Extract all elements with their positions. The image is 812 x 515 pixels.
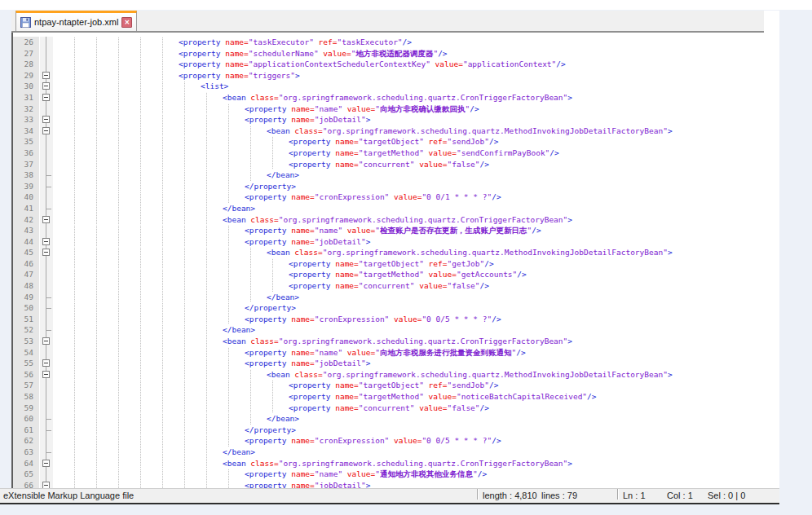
line-number[interactable]: 60 [13, 413, 40, 425]
code-line[interactable]: 28<property name="applicationContextSche… [13, 59, 779, 70]
code-line[interactable]: 50</property> [13, 302, 779, 314]
code-line[interactable]: 39</property> [13, 181, 779, 192]
code-line[interactable]: 31<bean class="org.springframework.sched… [13, 92, 779, 103]
line-number[interactable]: 34 [13, 125, 40, 137]
code-line[interactable]: 61</property> [13, 425, 779, 436]
fold-toggle-icon[interactable] [40, 458, 53, 469]
code-line[interactable]: 32<property name="name" value="向地方非税确认缴款… [13, 103, 779, 115]
code-line[interactable]: 40<property name="cronExpression" value=… [13, 191, 779, 203]
line-number[interactable]: 38 [13, 169, 40, 181]
code-area[interactable]: 26<property name="taskExecutor" ref="tas… [13, 37, 779, 488]
code-line[interactable]: 41</bean> [13, 203, 779, 214]
line-number[interactable]: 28 [13, 59, 40, 70]
code-line[interactable]: 57<property name="targetObject" ref="sen… [13, 380, 779, 391]
line-number[interactable]: 53 [13, 336, 40, 347]
line-number[interactable]: 39 [13, 181, 40, 192]
code-line[interactable]: 43<property name="name" value="检查账户是否存在更… [13, 225, 779, 236]
fold-toggle-icon[interactable] [40, 480, 53, 488]
code-line[interactable]: 59<property name="concurrent" value="fal… [13, 403, 779, 414]
tab-active[interactable]: ntpay-ntapter-job.xml ✕ [15, 11, 137, 31]
line-number[interactable]: 31 [13, 92, 40, 103]
code-line[interactable]: 42<bean class="org.springframework.sched… [13, 214, 779, 226]
code-line[interactable]: 49</bean> [13, 292, 779, 303]
line-number[interactable]: 64 [13, 458, 40, 469]
line-number[interactable]: 49 [13, 292, 40, 303]
line-number[interactable]: 52 [13, 324, 40, 336]
line-number[interactable]: 37 [13, 159, 40, 170]
line-number[interactable]: 41 [13, 203, 40, 214]
code-line[interactable]: 47<property name="targetMethod" value="g… [13, 269, 779, 280]
line-number[interactable]: 51 [13, 314, 40, 325]
fold-toggle-icon[interactable] [40, 236, 53, 248]
code-line[interactable]: 34<bean class="org.springframework.sched… [13, 125, 779, 137]
code-line[interactable]: 66<property name="jobDetail"> [13, 480, 779, 488]
line-number[interactable]: 48 [13, 280, 40, 292]
code-line[interactable]: 56<bean class="org.springframework.sched… [13, 369, 779, 381]
fold-toggle-icon[interactable] [40, 125, 53, 137]
code-line[interactable]: 65<property name="name" value="通知地方非税其他业… [13, 469, 779, 480]
code-line[interactable]: 29<property name="triggers"> [13, 70, 779, 81]
code-line[interactable]: 54<property name="name" value="向地方非税服务进行… [13, 347, 779, 359]
line-number[interactable]: 26 [13, 37, 40, 48]
code-line[interactable]: 60</bean> [13, 413, 779, 425]
fold-toggle-icon[interactable] [40, 247, 53, 258]
fold-toggle-icon[interactable] [40, 114, 53, 125]
line-number[interactable]: 44 [13, 236, 40, 248]
code-line[interactable]: 36<property name="targetMethod" value="s… [13, 147, 779, 159]
line-number[interactable]: 59 [13, 403, 40, 414]
code-line[interactable]: 58<property name="targetMethod" value="n… [13, 391, 779, 403]
code-line[interactable]: 26<property name="taskExecutor" ref="tas… [13, 37, 779, 48]
line-number[interactable]: 30 [13, 81, 40, 92]
line-number[interactable]: 56 [13, 369, 40, 381]
line-number[interactable]: 33 [13, 114, 40, 125]
line-number[interactable]: 55 [13, 358, 40, 369]
code-line[interactable]: 37<property name="concurrent" value="fal… [13, 159, 779, 170]
line-number[interactable]: 40 [13, 191, 40, 203]
line-number[interactable]: 47 [13, 269, 40, 280]
line-number[interactable]: 45 [13, 247, 40, 258]
code-line[interactable]: 46<property name="targetObject" ref="get… [13, 258, 779, 270]
fold-toggle-icon[interactable] [40, 369, 53, 381]
fold-toggle-icon[interactable] [40, 336, 53, 347]
fold-toggle-icon[interactable] [40, 358, 53, 369]
code-line[interactable]: 52</bean> [13, 324, 779, 336]
line-number[interactable]: 27 [13, 48, 40, 59]
line-number[interactable]: 66 [13, 480, 40, 488]
line-number[interactable]: 36 [13, 147, 40, 159]
status-lines: lines : 79 [541, 489, 577, 503]
fold-toggle-icon[interactable] [40, 70, 53, 81]
fold-toggle-icon[interactable] [40, 92, 53, 103]
line-number[interactable]: 43 [13, 225, 40, 236]
line-number[interactable]: 29 [13, 70, 40, 81]
code-line[interactable]: 62<property name="cronExpression" value=… [13, 435, 779, 447]
code-line[interactable]: 53<bean class="org.springframework.sched… [13, 336, 779, 347]
code-line[interactable]: 64<bean class="org.springframework.sched… [13, 458, 779, 469]
fold-toggle-icon[interactable] [40, 214, 53, 226]
line-number[interactable]: 57 [13, 380, 40, 391]
line-number[interactable]: 65 [13, 469, 40, 480]
editor[interactable]: 26<property name="taskExecutor" ref="tas… [11, 33, 779, 488]
code-line[interactable]: 51<property name="cronExpression" value=… [13, 314, 779, 325]
code-line[interactable]: 30<list> [13, 81, 779, 92]
line-number[interactable]: 58 [13, 391, 40, 403]
code-line[interactable]: 27<property name="schedulerName" value="… [13, 48, 779, 59]
line-number[interactable]: 50 [13, 302, 40, 314]
code-line[interactable]: 35<property name="targetObject" ref="sen… [13, 136, 779, 147]
code-line[interactable]: 55<property name="jobDetail"> [13, 358, 779, 369]
close-icon[interactable]: ✕ [121, 17, 132, 28]
code-line[interactable]: 48<property name="concurrent" value="fal… [13, 280, 779, 292]
line-number[interactable]: 63 [13, 447, 40, 458]
code-line[interactable]: 45<bean class="org.springframework.sched… [13, 247, 779, 258]
line-number[interactable]: 62 [13, 435, 40, 447]
fold-toggle-icon[interactable] [40, 81, 53, 92]
code-line[interactable]: 38</bean> [13, 169, 779, 181]
code-line[interactable]: 44<property name="jobDetail"> [13, 236, 779, 248]
code-line[interactable]: 63</bean> [13, 447, 779, 458]
code-line[interactable]: 33<property name="jobDetail"> [13, 114, 779, 125]
line-number[interactable]: 46 [13, 258, 40, 270]
line-number[interactable]: 35 [13, 136, 40, 147]
line-number[interactable]: 61 [13, 425, 40, 436]
line-number[interactable]: 54 [13, 347, 40, 359]
line-number[interactable]: 32 [13, 103, 40, 115]
line-number[interactable]: 42 [13, 214, 40, 226]
